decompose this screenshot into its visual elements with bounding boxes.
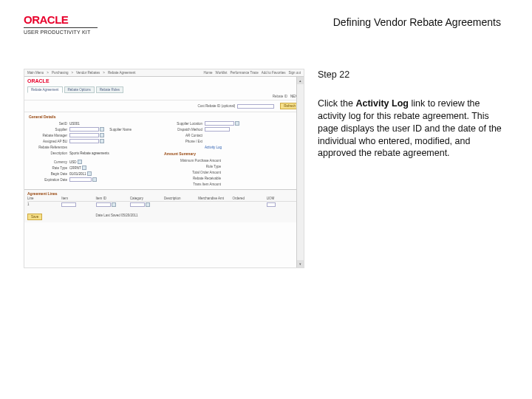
tab-rebate-rules[interactable]: Rebate Rules [96, 86, 123, 93]
activity-log-ref: Activity Log [355, 98, 409, 109]
scroll-down-icon[interactable]: ▾ [297, 260, 304, 267]
itemid-input[interactable] [96, 202, 111, 207]
lookup-icon[interactable] [82, 166, 86, 170]
lookup-icon[interactable] [146, 202, 150, 207]
tab-rebate-agreement[interactable]: Rebate Agreement [27, 86, 63, 93]
ss-crumb[interactable]: Main Menu [27, 71, 44, 75]
tab-rebate-options[interactable]: Rebate Options [64, 86, 95, 93]
lookup-icon[interactable] [235, 121, 239, 126]
ss-toplink[interactable]: Sign out [288, 71, 301, 75]
ss-toplink[interactable]: Performance Trace [230, 71, 258, 75]
amount-summary-header: Amount Summary [164, 151, 299, 156]
item-input[interactable] [61, 202, 76, 207]
lookup-icon[interactable] [112, 202, 116, 207]
ss-toplink[interactable]: Add to Favorites [262, 71, 286, 75]
calendar-icon[interactable] [92, 177, 97, 182]
lookup-icon[interactable] [78, 160, 82, 164]
instruction-text: Click the Activity Log link to review th… [318, 98, 508, 160]
ss-brand: ORACLE [24, 77, 52, 85]
ss-crumb[interactable]: Rebate Agreement [108, 71, 136, 75]
rebate-mgr-input[interactable] [69, 133, 99, 137]
ss-general-details-header: General Details [29, 115, 299, 119]
assigned-input[interactable] [69, 139, 99, 143]
activity-log-link[interactable]: Activity Log [205, 146, 222, 149]
exp-input[interactable] [69, 177, 92, 182]
table-header: Line Item Item ID Category Description M… [27, 196, 301, 202]
step-label: Step 22 [318, 69, 508, 81]
brand-divider [24, 27, 98, 28]
brand-subtitle: USER PRODUCTIVITY KIT [24, 30, 112, 35]
ss-crumb[interactable]: Purchasing [52, 71, 69, 75]
table-row: 1 [27, 202, 301, 208]
app-screenshot: Main Menu > Purchasing > Vendor Rebates … [24, 69, 304, 268]
brand-logo: ORACLE USER PRODUCTIVITY KIT [24, 13, 112, 35]
save-button[interactable]: Save [27, 214, 42, 220]
category-input[interactable] [130, 202, 145, 207]
brand-text: ORACLE [24, 13, 112, 26]
lookup-icon[interactable] [100, 133, 104, 137]
supplier-input[interactable] [69, 127, 99, 132]
scroll-up-icon[interactable]: ▴ [297, 77, 304, 84]
suploc-input[interactable] [205, 121, 234, 126]
instruction-panel: Step 22 Click the Activity Log link to r… [318, 69, 508, 268]
scrollbar[interactable]: ▴ ▾ [296, 77, 304, 267]
uom-input[interactable] [267, 202, 276, 207]
lookup-icon[interactable] [100, 139, 104, 143]
ss-cust-input[interactable] [237, 104, 274, 109]
ss-toplink[interactable]: Worklist [216, 71, 228, 75]
ss-breadcrumb-bar: Main Menu > Purchasing > Vendor Rebates … [24, 69, 304, 77]
ss-crumb[interactable]: Vendor Rebates [76, 71, 100, 75]
ss-rebate-id-label: Rebate ID [273, 95, 287, 98]
ss-toplink[interactable]: Home [204, 71, 213, 75]
page-title: Defining Vendor Rebate Agreements [333, 13, 508, 28]
dispatch-select[interactable] [205, 127, 230, 132]
calendar-icon[interactable] [87, 171, 92, 176]
ss-tabs: Rebate Agreement Rebate Options Rebate R… [24, 85, 304, 93]
ss-cust-label: Cust Rebate ID (optional) [197, 104, 237, 108]
